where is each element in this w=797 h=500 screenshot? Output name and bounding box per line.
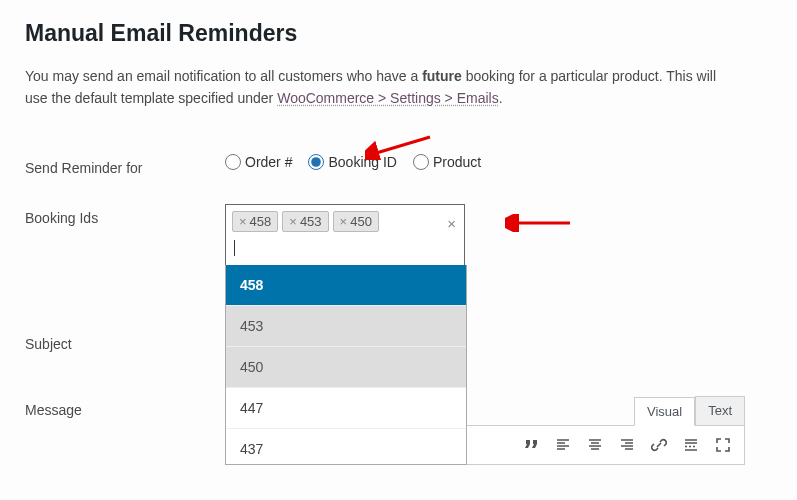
label-subject: Subject (25, 330, 225, 352)
tag-458: ×458 (232, 211, 278, 232)
dropdown-option-447[interactable]: 447 (226, 388, 466, 429)
tag-remove-icon[interactable]: × (289, 214, 297, 229)
tab-text[interactable]: Text (695, 396, 745, 425)
radio-order[interactable] (225, 154, 241, 170)
align-center-icon[interactable] (582, 432, 608, 458)
radio-order-text: Order # (245, 154, 292, 170)
svg-line-1 (373, 137, 430, 154)
tag-remove-icon[interactable]: × (239, 214, 247, 229)
link-icon[interactable] (646, 432, 672, 458)
breadcrumb-link[interactable]: WooCommerce > Settings > Emails (277, 90, 499, 106)
quote-icon[interactable] (518, 432, 544, 458)
page-description: You may send an email notification to al… (25, 65, 725, 110)
booking-ids-multiselect[interactable]: ×458 ×453 ×450 × 458 453 450 447 437 (225, 204, 465, 266)
radio-booking-id[interactable] (308, 154, 324, 170)
label-booking-ids: Booking Ids (25, 204, 225, 226)
tab-visual[interactable]: Visual (634, 397, 695, 426)
radio-product-text: Product (433, 154, 481, 170)
align-right-icon[interactable] (614, 432, 640, 458)
radio-booking-id-label[interactable]: Booking ID (308, 154, 396, 170)
radio-product[interactable] (413, 154, 429, 170)
annotation-arrow-2 (505, 214, 575, 232)
tag-453: ×453 (282, 211, 328, 232)
desc-bold: future (422, 68, 462, 84)
dropdown-option-450[interactable]: 450 (226, 347, 466, 388)
tag-450: ×450 (333, 211, 379, 232)
page-title: Manual Email Reminders (25, 20, 772, 47)
reminder-type-radio-group: Order # Booking ID Product (225, 154, 772, 170)
radio-order-label[interactable]: Order # (225, 154, 292, 170)
text-cursor (234, 240, 235, 256)
radio-product-label[interactable]: Product (413, 154, 481, 170)
desc-end: . (499, 90, 503, 106)
readmore-icon[interactable] (678, 432, 704, 458)
tag-remove-icon[interactable]: × (340, 214, 348, 229)
fullscreen-icon[interactable] (710, 432, 736, 458)
align-left-icon[interactable] (550, 432, 576, 458)
dropdown-option-437[interactable]: 437 (226, 429, 466, 465)
label-send-reminder-for: Send Reminder for (25, 154, 225, 176)
desc-pre: You may send an email notification to al… (25, 68, 422, 84)
dropdown-option-453[interactable]: 453 (226, 306, 466, 347)
label-message: Message (25, 396, 225, 418)
dropdown-option-458[interactable]: 458 (226, 265, 466, 306)
radio-booking-id-text: Booking ID (328, 154, 396, 170)
booking-ids-dropdown: 458 453 450 447 437 (225, 265, 467, 465)
clear-all-icon[interactable]: × (447, 215, 456, 232)
